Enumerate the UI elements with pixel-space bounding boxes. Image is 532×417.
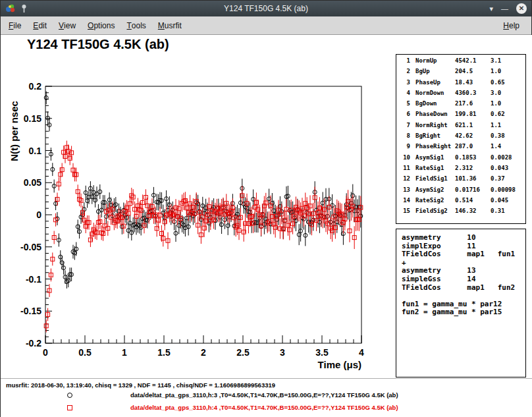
menu-accelerator: H	[503, 21, 509, 30]
parameter-name: FieldSig2	[415, 208, 455, 214]
menu-accelerator: M	[158, 21, 165, 30]
parameter-err: 0.00098	[491, 186, 516, 193]
theory-line: asymmetry 13	[402, 266, 525, 275]
parameter-val: 146.32	[455, 208, 491, 214]
parameter-idx: 13	[402, 186, 410, 193]
minimize-button[interactable]: —	[501, 5, 508, 13]
legend-row: data/deltat_pta_gps_3110,h:4 ,T0=4.50K,T…	[1, 402, 532, 414]
parameter-idx: 14	[402, 197, 410, 204]
legend: data/deltat_pta_gps_3110,h:3 ,T0=4.50K,T…	[1, 389, 532, 417]
parameter-name: BgUp	[415, 68, 455, 74]
parameter-name: RateSig1	[415, 165, 455, 171]
parameter-row: 2BgUp204.51.0	[402, 68, 525, 78]
parameter-val: 287.0	[455, 143, 491, 150]
menu-item-options[interactable]: Options	[82, 16, 120, 34]
parameter-err: 0.37	[491, 175, 505, 182]
parameter-row: 12FieldSig1101.360.37	[402, 175, 525, 186]
menu-accelerator: T	[126, 21, 131, 30]
fit-status: musrfit: 2018-06-30, 13:19:40, chisq = 1…	[6, 381, 275, 389]
parameter-val: 621.1	[455, 122, 491, 128]
parameter-val: 42.62	[455, 132, 491, 139]
window-menu-button[interactable]: ▾	[489, 5, 493, 13]
application-window: Y124 TF150G 4.5K (ab) ▾ — ✕ FileEditView…	[0, 0, 532, 417]
parameter-name: AsymSig1	[415, 154, 455, 161]
theory-line: asymmetry 10	[402, 233, 525, 242]
parameter-name: PhaseRight	[415, 143, 455, 150]
theory-line: simplExpo 11	[402, 242, 525, 250]
menu-item-file[interactable]: File	[3, 16, 27, 34]
parameter-row: 15FieldSig2146.320.31	[402, 208, 525, 218]
theory-line: +	[402, 258, 525, 267]
x-tick-label: 0	[43, 347, 48, 358]
titlebar: Y124 TF150G 4.5K (ab) ▾ — ✕	[1, 1, 531, 16]
y-tick-label: 0.05	[24, 177, 41, 188]
parameter-val: 199.81	[455, 111, 491, 117]
pin-icon[interactable]	[20, 4, 28, 13]
menu-item-tools[interactable]: Tools	[120, 16, 151, 34]
parameter-idx: 7	[402, 122, 410, 128]
parameter-err: 1.0	[491, 100, 501, 107]
parameter-val: 204.5	[455, 68, 491, 74]
parameter-row: 14RateSig20.5140.045	[402, 197, 525, 208]
theory-line	[402, 291, 525, 300]
y-tick-label: 0.1	[29, 146, 42, 156]
parameter-err: 0.38	[491, 132, 505, 139]
parameter-row: 11RateSig12.3120.043	[402, 165, 525, 175]
parameter-idx: 6	[402, 111, 410, 117]
close-button[interactable]: ✕	[516, 3, 527, 14]
legend-row: data/deltat_pta_gps_3110,h:3 ,T0=4.50K,T…	[1, 389, 532, 402]
parameter-row: 1NormUp4542.13.1	[402, 57, 525, 68]
menu-accelerator: V	[59, 21, 64, 30]
parameter-val: 4360.3	[455, 90, 491, 96]
parameter-err: 0.31	[491, 208, 505, 214]
x-axis-title: Time (μs)	[318, 359, 361, 370]
plot-title: Y124 TF150G 4.5K (ab)	[27, 37, 169, 52]
parameter-err: 0.62	[491, 111, 505, 117]
plot-canvas: 00.511.522.533.54-0.2-0.15-0.1-0.0500.05…	[1, 35, 532, 378]
parameter-idx: 8	[402, 132, 410, 139]
parameter-err: 1.1	[491, 122, 501, 128]
parameter-err: 3.1	[491, 57, 501, 64]
parameter-val: 0.514	[455, 197, 491, 204]
parameter-err: 0.0028	[491, 154, 512, 161]
menu-accelerator: O	[88, 21, 93, 30]
parameter-idx: 3	[402, 79, 410, 86]
parameter-row: 6PhaseDown199.810.62	[402, 111, 525, 121]
x-tick-label: 2.5	[236, 347, 250, 358]
parameter-row: 7NormRight621.11.1	[402, 122, 525, 132]
parameter-val: 217.6	[455, 100, 491, 107]
parameter-err: 1.4	[491, 143, 501, 150]
x-tick-label: 1	[122, 347, 127, 358]
y-tick-label: 0	[36, 209, 41, 220]
parameter-name: NormUp	[415, 57, 455, 64]
y-tick-label: 0.2	[29, 81, 42, 92]
menu-accelerator: E	[33, 21, 38, 30]
parameter-err: 3.0	[491, 90, 501, 96]
y-axis-title: N(t) per nsec	[9, 101, 20, 161]
menu-item-view[interactable]: View	[53, 16, 82, 34]
parameter-idx: 15	[402, 208, 410, 214]
y-tick-label: 0.15	[24, 113, 41, 124]
x-tick-label: 4	[359, 347, 364, 358]
parameter-name: NormRight	[415, 122, 455, 128]
legend-marker-square	[67, 405, 72, 410]
parameter-idx: 1	[402, 57, 410, 64]
parameter-name: FieldSig1	[415, 175, 455, 182]
parameter-idx: 4	[402, 90, 410, 96]
x-tick-label: 2	[201, 347, 206, 358]
parameter-row: 3PhaseUp18.430.65	[402, 79, 525, 90]
data-series-square	[44, 141, 363, 333]
window-title: Y124 TF150G 4.5K (ab)	[224, 4, 308, 13]
theory-line: TFieldCos map1 fun2	[402, 283, 525, 292]
menu-item-musrfit[interactable]: Musrfit	[152, 16, 188, 34]
menu-item-help[interactable]: Help	[497, 16, 525, 34]
menu-item-edit[interactable]: Edit	[27, 16, 53, 34]
y-tick-label: -0.1	[26, 274, 41, 285]
footer: musrfit: 2018-06-30, 13:19:40, chisq = 1…	[1, 378, 532, 417]
parameter-name: PhaseDown	[415, 111, 455, 117]
parameter-idx: 5	[402, 100, 410, 107]
parameter-idx: 11	[402, 165, 410, 171]
theory-line: simpleGss 14	[402, 275, 525, 283]
parameter-idx: 2	[402, 68, 410, 74]
parameter-name: BgDown	[415, 100, 455, 107]
